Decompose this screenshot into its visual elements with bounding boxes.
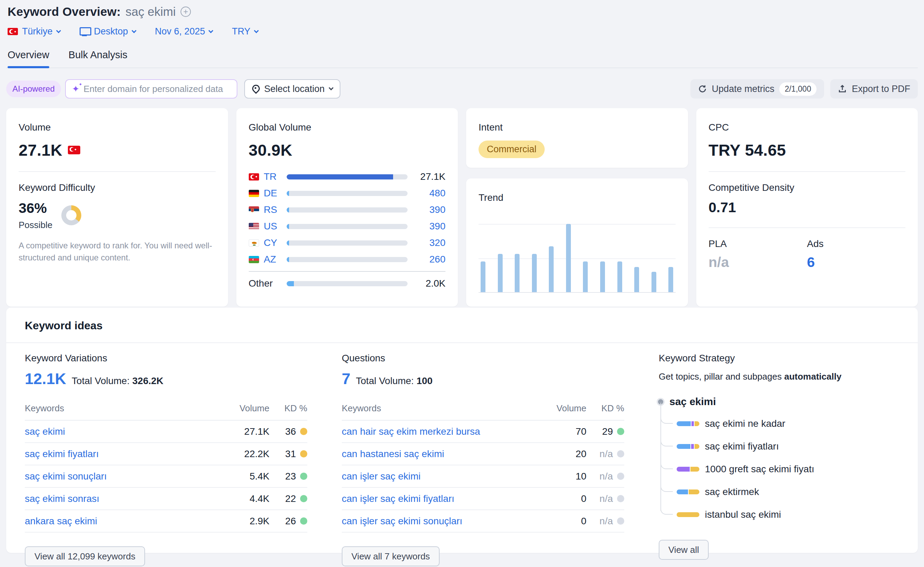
date-selector[interactable]: Nov 6, 2025 [155,26,213,37]
global-volume-rows: TR27.1KDE480RS390US390CY320AZ260Other2.0… [249,168,446,292]
trend-card: Trend [466,178,688,307]
tree-connector-elbow [660,482,673,492]
strategy-item-label: saç ekimi ne kadar [705,418,785,429]
metric-cards: Volume 27.1K Keyword Difficulty 36% Poss… [6,108,918,295]
topic-mini-bar-icon [676,512,699,517]
tab-overview[interactable]: Overview [8,49,49,68]
country-code-link[interactable]: AZ [264,254,282,265]
view-all-variations-button[interactable]: View all 12,099 keywords [25,546,145,566]
questions-total-label: Total Volume: [356,375,414,386]
global-volume-card: Global Volume 30.9K TR27.1KDE480RS390US3… [236,108,458,307]
kd-value: n/a [600,471,613,482]
country-code-link[interactable]: CY [264,237,282,248]
keyword-kd: n/a [586,493,624,504]
country-code-link[interactable]: TR [264,171,282,182]
ads-label: Ads [807,238,905,249]
add-keyword-icon[interactable]: + [180,6,191,17]
pla-label: PLA [709,238,807,249]
kd-dot-icon [617,472,624,480]
strategy-item[interactable]: saç ekimi ne kadar [659,412,899,435]
keyword-link[interactable]: can hair saç ekim merkezi bursa [342,426,542,437]
questions-count[interactable]: 7 [342,370,350,388]
country-code-link[interactable]: US [264,221,282,232]
strategy-item[interactable]: saç ektirmek [659,480,899,503]
strategy-item[interactable]: saç ekimi fiyatları [659,435,899,458]
country-code-link[interactable]: DE [264,188,282,199]
ads-value[interactable]: 6 [807,254,905,270]
tree-connector-elbow [660,504,673,514]
keyword-kd: 31 [269,448,307,459]
keyword-strategy-subtitle: Get topics, pillar and subpages automati… [659,371,899,382]
update-metrics-button[interactable]: Update metrics 2/1,000 [690,79,824,99]
variations-count[interactable]: 12.1K [25,370,66,388]
keyword-link[interactable]: saç ekimi [25,426,225,437]
mini-bar-segment [676,444,690,449]
table-row: can hair saç ekim merkezi bursa7029 [342,421,624,443]
az-flag-icon [249,256,259,263]
strategy-tree: saç ekimi saç ekimi ne kadarsaç ekimi fi… [659,396,899,526]
view-all-strategy-button[interactable]: View all [659,540,709,560]
tab-bulk-analysis[interactable]: Bulk Analysis [69,49,128,68]
mini-bar-segment [689,489,699,494]
country-volume-value[interactable]: 390 [412,204,446,215]
country-volume-value[interactable]: 260 [412,254,446,265]
kd-dot-icon [300,472,307,480]
keyword-volume: 10 [542,471,586,482]
country-volume-value[interactable]: 390 [412,221,446,232]
table-header: Keywords Volume KD % [25,403,307,421]
export-pdf-button[interactable]: Export to PDF [830,79,918,99]
strategy-root-node: saç ekimi [659,396,899,408]
domain-input[interactable] [84,84,231,94]
keyword-link[interactable]: can işler saç ekimi [342,471,542,482]
kd-dot-icon [617,518,624,525]
kd-column-header: KD % [586,403,624,414]
intent-badge[interactable]: Commercial [478,141,544,158]
country-volume-value[interactable]: 320 [412,237,446,248]
chevron-down-icon [254,28,259,33]
currency-selector[interactable]: TRY [232,26,258,37]
keyword-link[interactable]: saç ekimi fiyatları [25,448,225,459]
keyword-link[interactable]: can işler saç ekimi sonuçları [342,516,542,527]
questions-total-value: 100 [417,375,433,386]
table-row: can işler saç ekimi sonuçları0n/a [342,510,624,532]
strategy-root-label: saç ekimi [669,396,716,408]
ai-powered-badge: AI-powered [6,81,61,97]
keywords-column-header: Keywords [25,403,225,414]
kd-value: 22 [285,493,296,504]
cpc-value: TRY 54.65 [709,141,906,159]
topic-mini-bar-icon [676,444,699,449]
keywords-column-header: Keywords [342,403,542,414]
keyword-link[interactable]: can hastanesi saç ekimi [342,448,542,459]
volume-bar-fill [286,240,289,246]
keyword-link[interactable]: saç ekimi sonuçları [25,471,225,482]
other-label: Other [249,278,282,289]
mini-bar-segment [694,421,699,426]
rs-flag-icon [249,206,259,214]
keyword-strategy-column: Keyword Strategy Get topics, pillar and … [659,353,899,566]
country-volume-value[interactable]: 480 [412,188,446,199]
kd-value: n/a [600,516,613,527]
country-code-link[interactable]: RS [264,204,282,215]
keyword-variations-title: Keyword Variations [25,353,307,364]
select-location-button[interactable]: Select location [244,79,341,99]
view-all-questions-button[interactable]: View all 7 keywords [342,546,440,566]
trend-bar [566,224,571,292]
strategy-item[interactable]: istanbul saç ekimi [659,503,899,526]
trend-bar [498,254,502,292]
table-row: saç ekimi27.1K36 [25,421,307,443]
strategy-item[interactable]: 1000 greft saç ekimi fiyatı [659,458,899,480]
global-volume-row: RS390 [249,201,446,218]
trend-label: Trend [478,192,676,203]
device-selector[interactable]: Desktop [80,26,136,37]
keyword-kd: 22 [269,493,307,504]
trend-bar [549,246,554,292]
keyword-link[interactable]: saç ekimi sonrası [25,493,225,504]
country-selector[interactable]: Türkiye [8,26,60,37]
keyword-difficulty-label: Keyword Difficulty [19,182,216,193]
filter-row: Türkiye Desktop Nov 6, 2025 TRY [6,26,918,37]
keyword-link[interactable]: ankara saç ekimi [25,516,225,527]
keyword-link[interactable]: can işler saç ekimi fiyatları [342,493,542,504]
toolbar-right: Update metrics 2/1,000 Export to PDF [690,79,918,99]
mini-bar-segment [676,467,690,472]
mini-bar-segment [676,489,688,494]
